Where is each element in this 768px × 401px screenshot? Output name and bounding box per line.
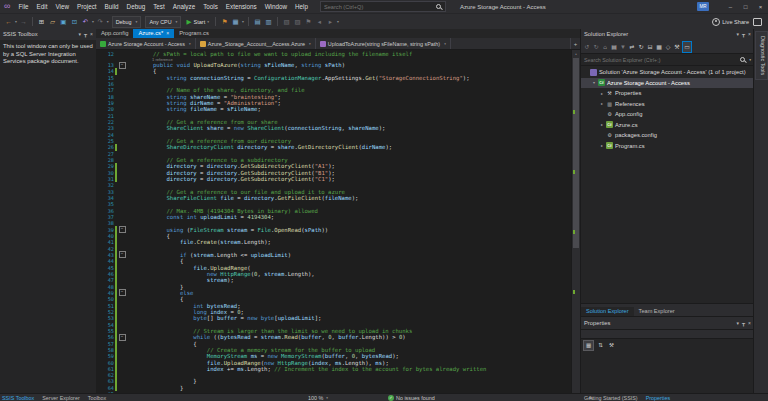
chevron-right-icon[interactable]: ▸ (599, 143, 605, 148)
chevron-right-icon[interactable]: ▸ (599, 91, 605, 96)
pending-changes-filter-icon[interactable]: ▼ (619, 42, 627, 52)
scroll-up-icon[interactable]: ▴ (572, 50, 580, 58)
bookmark-icon[interactable]: ⚑ (304, 16, 313, 27)
tree-item-program-cs[interactable]: ▸C#Program.cs (581, 141, 754, 152)
menu-edit[interactable]: Edit (33, 3, 52, 10)
tab-properties[interactable]: Properties (646, 395, 671, 401)
next-bookmark-icon[interactable]: ▸ (326, 16, 335, 27)
expand-icon[interactable]: + (570, 38, 580, 49)
menu-debug[interactable]: Debug (123, 3, 150, 10)
snapshot-icon[interactable]: ▦ (231, 16, 240, 27)
account-avatar[interactable]: MR (697, 2, 709, 11)
tab-ssis-toolbox[interactable]: SSIS Toolbox (2, 395, 34, 401)
tree-item-azure-cs[interactable]: ▸C#Azure.cs (581, 120, 754, 131)
performance-profiler-icon[interactable]: ⚑ (220, 16, 229, 27)
home-icon[interactable]: ⌂ (601, 42, 609, 52)
pin-icon[interactable]: ┳ (84, 31, 87, 37)
chevron-down-icon[interactable]: ▾ (15, 19, 17, 24)
tab-server-explorer[interactable]: Server Explorer (42, 395, 79, 401)
refresh-icon[interactable]: ↻ (637, 42, 645, 52)
diagnostic-tools-tab[interactable]: Diagnostic Tools (755, 31, 768, 80)
solution-explorer-search-input[interactable] (584, 57, 740, 63)
show-all-files-icon[interactable]: ▦ (655, 42, 663, 52)
collapse-icon[interactable]: − (119, 251, 126, 258)
tree-item-properties[interactable]: ▸⚒Properties (581, 88, 754, 99)
menu-file[interactable]: File (14, 3, 32, 10)
quick-search-input[interactable] (324, 4, 436, 10)
tree-item-references[interactable]: ▸▥References (581, 99, 754, 110)
tree-item-azure-storage-account---access[interactable]: ▾C#Azure Storage Account - Access (581, 78, 754, 89)
collapse-icon[interactable]: − (119, 289, 126, 296)
document-tab-azurecs[interactable]: Azure.cs*× (133, 28, 174, 38)
navigate-backward-icon[interactable]: ← (4, 16, 13, 27)
redo-icon[interactable]: ↷ (96, 16, 105, 27)
undo-icon[interactable]: ↶ (81, 16, 90, 27)
tab-toolbox[interactable]: Toolbox (88, 395, 107, 401)
property-pages-icon[interactable]: ⚒ (607, 341, 616, 350)
debug-configuration-dropdown[interactable]: Debug▾ (112, 16, 142, 28)
pin-icon[interactable]: ┳ (742, 31, 745, 37)
menu-window[interactable]: Window (261, 3, 291, 10)
breadcrumb-segment-1[interactable]: Azure_Storage_Account__Access.Azure▾ (196, 38, 316, 49)
chevron-down-icon[interactable]: ▾ (92, 19, 94, 24)
properties-grid[interactable] (581, 351, 754, 393)
se-forward-icon[interactable]: ↻ (592, 42, 600, 52)
menu-help[interactable]: Help (291, 3, 312, 10)
menu-view[interactable]: View (51, 3, 73, 10)
menu-extensions[interactable]: Extensions (222, 3, 261, 10)
collapse-icon[interactable]: − (119, 334, 126, 341)
new-project-icon[interactable]: ⊞ (37, 16, 46, 27)
menu-project[interactable]: Project (73, 3, 101, 10)
collapse-icon[interactable]: − (119, 226, 126, 233)
chevron-down-icon[interactable]: ▾ (749, 58, 751, 62)
platform-dropdown[interactable]: Any CPU▾ (145, 16, 181, 28)
code-editor[interactable]: 12 // sPath = local path to file we want… (96, 50, 580, 393)
navigate-forward-icon[interactable]: → (19, 16, 28, 27)
zoom-level-dropdown[interactable]: 100 % ▾ (308, 395, 328, 401)
comment-icon[interactable]: ▧ (282, 16, 291, 27)
se-back-icon[interactable]: ↺ (583, 42, 591, 52)
categorized-icon[interactable]: ▦ (583, 340, 594, 351)
properties-icon[interactable]: ⚒ (673, 42, 681, 52)
uncomment-icon[interactable]: ▨ (293, 16, 302, 27)
collapse-all-icon[interactable]: ⊟ (646, 42, 654, 52)
document-tab-appconfig[interactable]: App.config (96, 28, 133, 38)
breadcrumb-segment-2[interactable]: UploadToAzure(string sFileName, string s… (316, 38, 451, 49)
window-menu-icon[interactable]: ▾ (737, 31, 740, 37)
start-debugging-button[interactable]: ▶Start▾ (186, 18, 209, 26)
close-icon[interactable]: × (748, 31, 751, 37)
switch-views-icon[interactable]: ▤ (610, 42, 618, 52)
document-health-indicator[interactable]: ✓ No issues found (388, 395, 435, 401)
window-menu-icon[interactable]: ▾ (79, 31, 82, 37)
close-icon[interactable]: × (748, 320, 751, 326)
chevron-down-icon[interactable]: ▾ (242, 19, 244, 24)
tab-team-explorer[interactable]: Team Explorer (634, 307, 680, 316)
save-all-icon[interactable]: ⊡ (70, 16, 79, 27)
scrollbar-thumb[interactable] (573, 58, 579, 248)
chevron-right-icon[interactable]: ▸ (599, 101, 605, 106)
code-view-icon[interactable]: ◇ (664, 42, 672, 52)
find-in-files-icon[interactable]: ▥ (264, 16, 273, 27)
tree-item-packages-config[interactable]: ⚙packages.config (581, 130, 754, 141)
preview-selected-icon[interactable]: ▭ (682, 41, 692, 53)
breadcrumb-segment-0[interactable]: Azure Storage Account - Access▾ (96, 38, 196, 49)
chevron-down-icon[interactable]: ▾ (107, 19, 109, 24)
menu-test[interactable]: Test (149, 3, 169, 10)
alphabetical-icon[interactable]: ⇅ (596, 341, 605, 350)
close-icon[interactable]: × (166, 30, 169, 36)
window-menu-icon[interactable]: ▾ (737, 320, 740, 326)
feedback-icon[interactable] (753, 18, 762, 26)
maximize-button[interactable]: □ (738, 0, 753, 13)
close-button[interactable]: × (753, 0, 768, 13)
collapse-icon[interactable]: − (119, 62, 126, 69)
document-tab-programcs[interactable]: Program.cs (174, 28, 214, 38)
attach-to-process-icon[interactable]: ▤ (253, 16, 262, 27)
tree-item-app-config[interactable]: ⚙App.config (581, 109, 754, 120)
tree-item-solution--azure-storage-accoun[interactable]: Solution 'Azure Storage Account - Access… (581, 67, 754, 78)
open-file-icon[interactable]: ▱ (48, 16, 57, 27)
chevron-right-icon[interactable]: ▸ (599, 122, 605, 127)
live-share-button[interactable]: Live Share (712, 18, 749, 26)
minimize-button[interactable]: – (723, 0, 738, 13)
chevron-down-icon[interactable]: ▾ (591, 80, 597, 85)
prev-bookmark-icon[interactable]: ◂ (315, 16, 324, 27)
